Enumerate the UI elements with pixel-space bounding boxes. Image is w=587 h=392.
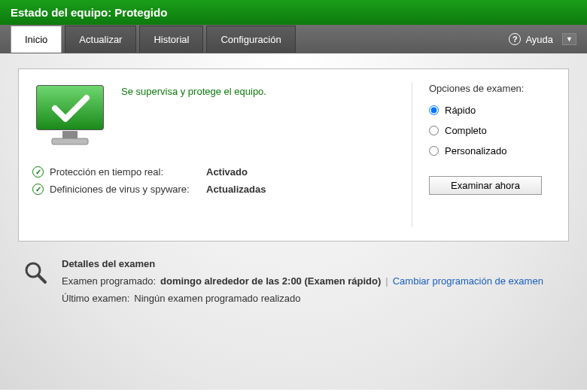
realtime-protection-row: ✓ Protección en tiempo real: Activado bbox=[32, 166, 412, 178]
radio-quick-label: Rápido bbox=[445, 105, 476, 116]
realtime-label: Protección en tiempo real: bbox=[50, 166, 200, 178]
check-icon: ✓ bbox=[32, 184, 44, 195]
last-scan-label: Último examen: bbox=[62, 293, 129, 304]
radio-full[interactable] bbox=[429, 126, 439, 135]
scheduled-value: domingo alrededor de las 2:00 (Examen rá… bbox=[160, 275, 381, 287]
scan-option-quick[interactable]: Rápido bbox=[429, 105, 555, 116]
scan-now-button[interactable]: Examinar ahora bbox=[429, 176, 542, 195]
realtime-value: Activado bbox=[206, 166, 248, 178]
scan-options-title: Opciones de examen: bbox=[429, 83, 555, 94]
tab-home-label: Inicio bbox=[25, 34, 47, 45]
content-area: Se supervisa y protege el equipo. ✓ Prot… bbox=[0, 53, 587, 390]
definitions-row: ✓ Definiciones de virus y spyware: Actua… bbox=[32, 184, 412, 195]
svg-rect-1 bbox=[37, 86, 103, 129]
scan-details: Detalles del examen Examen programado: d… bbox=[18, 258, 569, 310]
tab-settings-label: Configuración bbox=[221, 34, 281, 45]
check-icon: ✓ bbox=[32, 166, 44, 178]
radio-custom-label: Personalizado bbox=[445, 145, 506, 156]
tab-history[interactable]: Historial bbox=[139, 26, 203, 53]
divider: | bbox=[385, 275, 388, 287]
radio-quick[interactable] bbox=[429, 105, 439, 115]
help-icon: ? bbox=[509, 33, 521, 45]
tab-history-label: Historial bbox=[154, 34, 189, 45]
scan-options-panel: Opciones de examen: Rápido Completo Pers… bbox=[412, 83, 555, 227]
definitions-value: Actualizadas bbox=[206, 184, 266, 195]
magnifier-icon bbox=[23, 258, 51, 310]
scan-option-full[interactable]: Completo bbox=[429, 125, 555, 136]
scheduled-label: Examen programado: bbox=[62, 275, 156, 287]
details-title: Detalles del examen bbox=[62, 258, 564, 269]
help-dropdown-icon[interactable]: ▼ bbox=[562, 33, 576, 45]
radio-full-label: Completo bbox=[445, 125, 487, 136]
svg-rect-3 bbox=[52, 138, 88, 144]
radio-custom[interactable] bbox=[429, 146, 439, 156]
help-link[interactable]: ? Ayuda ▼ bbox=[509, 33, 576, 45]
scan-option-custom[interactable]: Personalizado bbox=[429, 145, 555, 156]
main-panel: Se supervisa y protege el equipo. ✓ Prot… bbox=[18, 68, 569, 242]
tab-update-label: Actualizar bbox=[79, 34, 122, 45]
monitor-icon bbox=[32, 83, 108, 153]
status-header-text: Estado del equipo: Protegido bbox=[11, 6, 167, 19]
svg-rect-2 bbox=[62, 131, 78, 138]
change-schedule-link[interactable]: Cambiar programación de examen bbox=[393, 275, 543, 287]
tab-settings[interactable]: Configuración bbox=[206, 26, 295, 53]
svg-line-5 bbox=[38, 275, 45, 282]
last-scan-value: Ningún examen programado realizado bbox=[134, 293, 300, 304]
status-header: Estado del equipo: Protegido bbox=[0, 0, 587, 25]
tab-bar: Inicio Actualizar Historial Configuració… bbox=[0, 25, 587, 53]
status-message: Se supervisa y protege el equipo. bbox=[121, 83, 266, 97]
tab-home[interactable]: Inicio bbox=[11, 26, 62, 53]
scan-now-label: Examinar ahora bbox=[451, 180, 520, 191]
tab-update[interactable]: Actualizar bbox=[65, 26, 136, 53]
definitions-label: Definiciones de virus y spyware: bbox=[50, 184, 200, 195]
panel-left: Se supervisa y protege el equipo. ✓ Prot… bbox=[32, 83, 412, 227]
help-label: Ayuda bbox=[525, 34, 553, 45]
